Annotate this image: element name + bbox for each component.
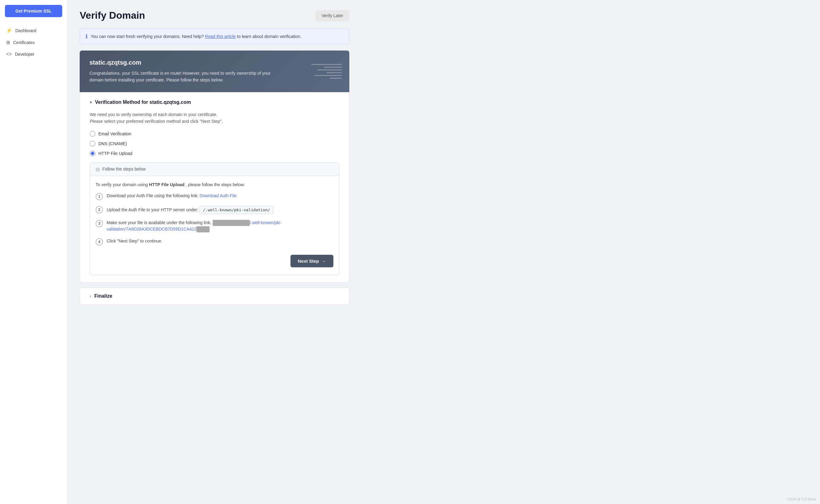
info-banner: ℹ You can now start fresh verifying your… — [80, 28, 349, 44]
sidebar-item-label: Dashboard — [15, 28, 36, 33]
info-icon: ℹ — [85, 33, 88, 40]
get-premium-ssl-button[interactable]: Get Premium SSL — [5, 5, 62, 17]
step-4: 4 Click "Next Step" to continue. — [96, 238, 333, 246]
radio-dns[interactable] — [90, 141, 95, 146]
step-number-3: 3 — [96, 220, 103, 227]
step-3: 3 Make sure your file is available under… — [96, 220, 333, 232]
steps-box-content: To verify your domain using HTTP File Up… — [90, 176, 339, 275]
next-step-button[interactable]: Next Step → — [291, 255, 333, 267]
sidebar-item-label: Developer — [15, 52, 35, 57]
next-step-label: Next Step — [298, 258, 319, 264]
read-article-link[interactable]: Read this article — [205, 34, 236, 39]
radio-option-email[interactable]: Email Verification — [90, 131, 339, 137]
steps-box-header: ◎ Follow the steps below — [90, 163, 339, 176]
domain-description: Congratulations, your SSL certificate is… — [89, 70, 280, 84]
domain-card: static.qzqtsg.com Congratulations, your … — [80, 51, 349, 92]
watermark: CSDN @飞天使star — [787, 497, 816, 502]
verification-section-header[interactable]: ▾ Verification Method for static.qzqtsg.… — [90, 100, 339, 105]
developer-icon: <> — [6, 51, 12, 57]
verification-description: We need you to verify ownership of each … — [90, 111, 339, 125]
step-1-text: Download your Auth File using the follow… — [107, 193, 333, 199]
dashboard-icon: ⚡ — [6, 28, 12, 33]
card-decoration — [311, 64, 342, 79]
chevron-right-icon: › — [90, 294, 91, 299]
steps-box: ◎ Follow the steps below To verify your … — [90, 162, 339, 275]
sidebar-item-certificates[interactable]: ⊞ Certificates — [0, 36, 67, 48]
sidebar-item-developer[interactable]: <> Developer — [0, 48, 67, 60]
step-2-text: Upload the Auth File to your HTTP server… — [107, 206, 333, 214]
blurred-url-after: xxx.xxx — [196, 226, 210, 232]
verification-section-title: Verification Method for static.qzqtsg.co… — [95, 100, 191, 105]
step-number-2: 2 — [96, 206, 103, 213]
radio-email[interactable] — [90, 131, 95, 137]
radio-http-label: HTTP File Upload — [98, 151, 132, 156]
download-auth-file-link[interactable]: Download Auth File — [200, 193, 237, 198]
next-step-row: Next Step → — [96, 251, 333, 269]
step-4-text: Click "Next Step" to continue. — [107, 238, 333, 244]
blurred-url-before: http://xxx.xxx.xxx.xxx — [213, 220, 250, 226]
next-step-arrow-icon: → — [322, 258, 326, 264]
verify-later-button[interactable]: Verify Later — [315, 10, 349, 21]
main-content: Verify Domain Verify Later ℹ You can now… — [67, 0, 362, 504]
finalize-title: Finalize — [94, 293, 112, 299]
radio-email-label: Email Verification — [98, 131, 131, 136]
steps-box-header-text: Follow the steps below — [102, 167, 146, 171]
radio-http[interactable] — [90, 151, 95, 156]
domain-name: static.qzqtsg.com — [89, 59, 340, 66]
page-header: Verify Domain Verify Later — [80, 10, 349, 21]
radio-option-dns[interactable]: DNS (CNAME) — [90, 141, 339, 146]
pki-path-badge: /.well-known/pki-validation/ — [199, 206, 273, 214]
certificates-icon: ⊞ — [6, 39, 10, 45]
step-1: 1 Download your Auth File using the foll… — [96, 193, 333, 200]
info-banner-text: You can now start fresh verifying your d… — [91, 34, 301, 39]
sidebar: Get Premium SSL ⚡ Dashboard ⊞ Certificat… — [0, 0, 67, 504]
check-circle-icon: ◎ — [96, 166, 100, 172]
step-3-text: Make sure your file is available under t… — [107, 220, 333, 232]
sidebar-item-dashboard[interactable]: ⚡ Dashboard — [0, 24, 67, 36]
step-number-1: 1 — [96, 193, 103, 200]
sidebar-item-label: Certificates — [13, 40, 35, 45]
finalize-section: › Finalize — [80, 288, 349, 305]
radio-dns-label: DNS (CNAME) — [98, 141, 127, 146]
radio-option-http[interactable]: HTTP File Upload — [90, 151, 339, 156]
steps-intro: To verify your domain using HTTP File Up… — [96, 182, 333, 187]
verification-section: ▾ Verification Method for static.qzqtsg.… — [80, 92, 349, 283]
page-title: Verify Domain — [80, 10, 145, 21]
chevron-down-icon: ▾ — [90, 100, 92, 105]
step-2: 2 Upload the Auth File to your HTTP serv… — [96, 206, 333, 214]
finalize-section-header[interactable]: › Finalize — [90, 293, 339, 299]
sidebar-nav: ⚡ Dashboard ⊞ Certificates <> Developer — [0, 24, 67, 60]
verification-method-group: Email Verification DNS (CNAME) HTTP File… — [90, 131, 339, 156]
step-number-4: 4 — [96, 238, 103, 246]
